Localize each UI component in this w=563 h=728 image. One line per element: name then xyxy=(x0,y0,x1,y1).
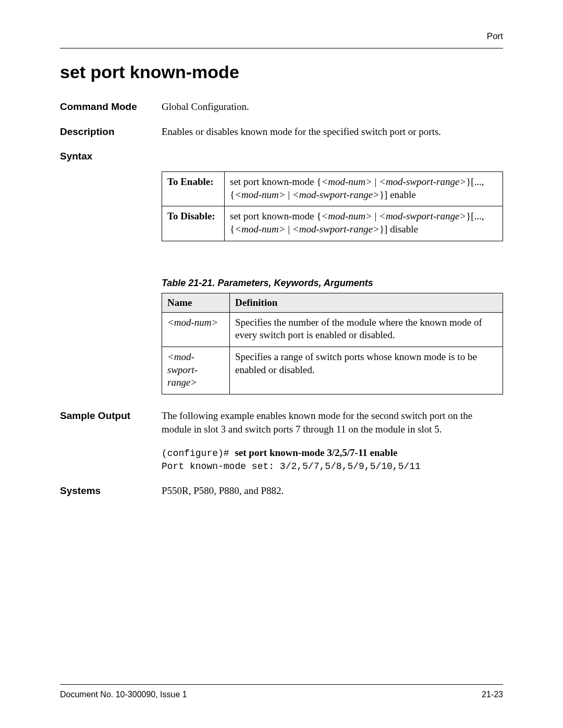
params-table: Name Definition <mod-num> Specifies the … xyxy=(162,293,503,394)
systems-value: P550R, P580, P880, and P882. xyxy=(162,484,503,498)
row-command-mode: Command Mode Global Configuration. xyxy=(60,100,503,114)
syntax-label: Syntax xyxy=(60,150,162,163)
command-title: set port known-mode xyxy=(60,62,503,82)
page-footer: Document No. 10-300090, Issue 1 21-23 xyxy=(60,684,503,699)
footer-doc-id: Document No. 10-300090, Issue 1 xyxy=(60,690,187,699)
params-caption: Table 21-21. Parameters, Keywords, Argum… xyxy=(162,278,503,289)
row-systems: Systems P550R, P580, P880, and P882. xyxy=(60,484,503,498)
console-prompt: (configure)# xyxy=(162,448,235,459)
console-result: Port known-mode set: 3/2,5/7,5/8,5/9,5/1… xyxy=(162,461,421,472)
syntax-row-body: set port known-mode {<mod-num> | <mod-sw… xyxy=(225,171,503,206)
header-rule xyxy=(60,48,503,48)
footer-page-number: 21-23 xyxy=(482,690,503,699)
table-row: <mod-swport-range> Specifies a range of … xyxy=(162,347,503,394)
row-sample-output: Sample Output The following example enab… xyxy=(60,409,503,473)
description-value: Enables or disables known mode for the s… xyxy=(162,125,503,139)
table-row: To Disable: set port known-mode {<mod-nu… xyxy=(162,206,503,241)
command-mode-value: Global Configuration. xyxy=(162,100,503,114)
syntax-row-label: To Disable: xyxy=(162,206,225,241)
description-label: Description xyxy=(60,125,162,139)
param-name: <mod-swport-range> xyxy=(162,347,230,394)
table-row: <mod-num> Specifies the number of the mo… xyxy=(162,312,503,347)
systems-label: Systems xyxy=(60,484,162,498)
sample-output-intro: The following example enables known mode… xyxy=(162,409,503,436)
console-command: set port known-mode 3/2,5/7-11 enable xyxy=(235,447,397,458)
col-name: Name xyxy=(162,293,230,312)
footer-rule xyxy=(60,684,503,685)
table-row: To Enable: set port known-mode {<mod-num… xyxy=(162,171,503,206)
syntax-table: To Enable: set port known-mode {<mod-num… xyxy=(162,171,503,241)
page-header: Port xyxy=(60,31,503,42)
col-definition: Definition xyxy=(230,293,503,312)
command-mode-label: Command Mode xyxy=(60,100,162,114)
syntax-row-label: To Enable: xyxy=(162,171,225,206)
syntax-row-body: set port known-mode {<mod-num> | <mod-sw… xyxy=(225,206,503,241)
param-def: Specifies the number of the module where… xyxy=(230,312,503,347)
param-def: Specifies a range of switch ports whose … xyxy=(230,347,503,394)
sample-output-label: Sample Output xyxy=(60,409,162,423)
row-description: Description Enables or disables known mo… xyxy=(60,125,503,139)
header-section: Port xyxy=(487,31,503,41)
param-name: <mod-num> xyxy=(162,312,230,347)
syntax-block: Syntax To Enable: set port known-mode {<… xyxy=(60,150,503,241)
table-header-row: Name Definition xyxy=(162,293,503,312)
sample-output-console: (configure)# set port known-mode 3/2,5/7… xyxy=(162,446,503,473)
